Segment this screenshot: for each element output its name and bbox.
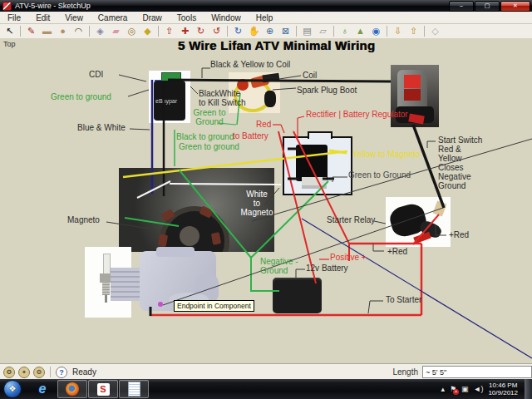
- select-tool-icon[interactable]: ↖: [2, 25, 17, 37]
- wire-label: Green to Ground: [348, 170, 411, 180]
- pan-tool-icon[interactable]: ✋: [246, 25, 262, 37]
- menu-help[interactable]: Help: [249, 12, 281, 23]
- drawing-canvas[interactable]: Top 5 Wire Lifan ATV Minimal Wiring eBay…: [0, 38, 532, 363]
- wire-label: Green to ground: [179, 142, 239, 151]
- menu-draw[interactable]: Draw: [135, 12, 169, 23]
- action-center-alert: ✕: [453, 389, 459, 395]
- taskbar-internet-explorer[interactable]: e: [28, 380, 57, 398]
- status-icon-b[interactable]: ✦: [18, 367, 30, 378]
- section-plane-tool-icon[interactable]: ◇: [427, 25, 443, 37]
- arc-tool-icon[interactable]: ◠: [71, 25, 86, 37]
- length-label: Length: [392, 367, 418, 377]
- menu-window[interactable]: Window: [204, 12, 249, 23]
- status-icon-a[interactable]: ✪: [3, 367, 15, 378]
- add-location-tool-icon[interactable]: ♁: [337, 25, 352, 37]
- get-models-tool-icon[interactable]: ⇩: [390, 25, 406, 37]
- maximize-button[interactable]: ▢: [475, 1, 500, 12]
- clock-time: 10:46 PM: [489, 382, 517, 389]
- rotate-tool-icon[interactable]: ↻: [193, 25, 209, 37]
- taskbar-firefox[interactable]: [57, 380, 87, 398]
- wire-label: Positive +: [330, 253, 367, 262]
- zoom-tool-icon[interactable]: ⊕: [262, 25, 278, 37]
- network-icon[interactable]: ▣: [461, 385, 469, 393]
- start-button[interactable]: ❖: [3, 380, 22, 398]
- wire-label: Rectifier | Battery Regulator: [306, 110, 408, 119]
- toolbar-separator: [424, 26, 425, 37]
- rectangle-tool-icon[interactable]: ▬: [39, 25, 55, 37]
- desktop: ATV-5-wire - SketchUp – ▢ ✕ FileEditView…: [0, 0, 532, 399]
- toolbar-separator: [158, 26, 159, 37]
- wire-label: White to Magneto: [239, 190, 274, 217]
- wire-label: Starter Relay: [327, 215, 375, 224]
- menu-camera[interactable]: Camera: [91, 12, 135, 23]
- notepad-icon: [128, 382, 140, 397]
- tape-measure-tool-icon[interactable]: ◎: [124, 25, 140, 37]
- toolbar: ↖✎▬●◠◈▰◎◆⇧✚↻↺↻✋⊕⊠▤▱♁▲◉⇩⇧◇: [0, 24, 532, 39]
- make-component-tool-icon[interactable]: ◈: [92, 25, 108, 37]
- status-text: Ready: [72, 367, 96, 377]
- export-doc-tool-icon[interactable]: ▤: [299, 25, 315, 37]
- wire-label: Black & Yellow to Coil: [210, 60, 290, 69]
- push-pull-tool-icon[interactable]: ⇧: [161, 25, 177, 37]
- action-center-flag-icon[interactable]: ⚑✕: [450, 385, 456, 393]
- taskbar-notepad[interactable]: [119, 380, 149, 398]
- toolbar-separator: [387, 26, 387, 37]
- toolbar-separator: [296, 26, 297, 37]
- wire-label: Green to ground: [51, 92, 111, 101]
- wire-label: to Battery: [233, 131, 268, 140]
- inference-endpoint-dot: [158, 302, 163, 307]
- hidden-icons-arrow[interactable]: ▴: [441, 385, 445, 393]
- offset-tool-icon[interactable]: ↺: [209, 25, 224, 37]
- toolbar-separator: [333, 26, 334, 37]
- system-tray: ▴ ⚑✕ ▣ ◄) 10:46 PM 10/9/2012: [441, 379, 532, 399]
- google-earth-tool-icon[interactable]: ◉: [368, 25, 384, 37]
- minimize-button[interactable]: –: [449, 1, 474, 12]
- paint-bucket-tool-icon[interactable]: ◆: [140, 25, 155, 37]
- wire-label: Blue & White: [77, 123, 126, 132]
- wire-label: BlackWhite to Kill Switch: [199, 89, 246, 107]
- taskbar-sketchup[interactable]: S: [88, 380, 118, 398]
- internet-explorer-icon: e: [39, 382, 47, 397]
- line-tool-icon[interactable]: ✎: [23, 25, 39, 37]
- menu-view[interactable]: View: [57, 12, 91, 23]
- orbit-tool-icon[interactable]: ↻: [230, 25, 246, 37]
- taskbar: ❖ e S ▴ ⚑✕ ▣ ◄) 10:46 PM 10/9/2012: [0, 379, 532, 399]
- wire-label: Green to Ground: [190, 108, 229, 126]
- clock-date: 10/9/2012: [488, 389, 518, 397]
- share-models-tool-icon[interactable]: ⇧: [406, 25, 421, 37]
- menu-tools[interactable]: Tools: [170, 12, 204, 23]
- toolbar-separator: [20, 26, 21, 37]
- eraser-tool-icon[interactable]: ▰: [108, 25, 124, 37]
- help-icon[interactable]: ?: [56, 367, 67, 378]
- title-bar[interactable]: ATV-5-wire - SketchUp – ▢ ✕: [0, 0, 532, 12]
- move-tool-icon[interactable]: ✚: [177, 25, 193, 37]
- status-bar: ✪ ✦ ❂ ? Ready Length: [0, 363, 532, 380]
- wire-label: Red: [256, 120, 271, 129]
- window-title: ATV-5-wire - SketchUp: [15, 2, 448, 10]
- wire-label: Negative - Ground: [260, 257, 298, 275]
- wire-label: Spark Plug Boot: [297, 86, 357, 95]
- toggle-terrain-tool-icon[interactable]: ▲: [352, 25, 368, 37]
- wire-label: To Starter: [386, 295, 421, 304]
- wire-label: Black to ground: [176, 132, 234, 141]
- status-separator: [50, 367, 51, 377]
- length-input[interactable]: [422, 366, 532, 378]
- close-button[interactable]: ✕: [500, 1, 530, 12]
- wire-label: 12v Battery: [306, 264, 348, 273]
- firefox-icon: [66, 382, 79, 396]
- wire-label: +Red: [387, 247, 407, 256]
- volume-icon[interactable]: ◄): [474, 385, 484, 393]
- menu-edit[interactable]: Edit: [28, 12, 57, 23]
- menu-file[interactable]: File: [0, 12, 28, 23]
- face-tool-tool-icon[interactable]: ▱: [315, 25, 331, 37]
- circle-tool-icon[interactable]: ●: [55, 25, 71, 37]
- toolbar-separator: [227, 26, 228, 37]
- sketchup-icon: S: [97, 383, 110, 396]
- taskbar-clock[interactable]: 10:46 PM 10/9/2012: [488, 382, 518, 397]
- status-icon-c[interactable]: ❂: [33, 367, 45, 378]
- sketchup-app-icon: [2, 2, 12, 11]
- wire-label: Magneto: [67, 215, 100, 224]
- wire-label: Coil: [303, 71, 317, 80]
- zoom-extents-tool-icon[interactable]: ⊠: [278, 25, 293, 37]
- show-desktop-button[interactable]: [525, 379, 532, 399]
